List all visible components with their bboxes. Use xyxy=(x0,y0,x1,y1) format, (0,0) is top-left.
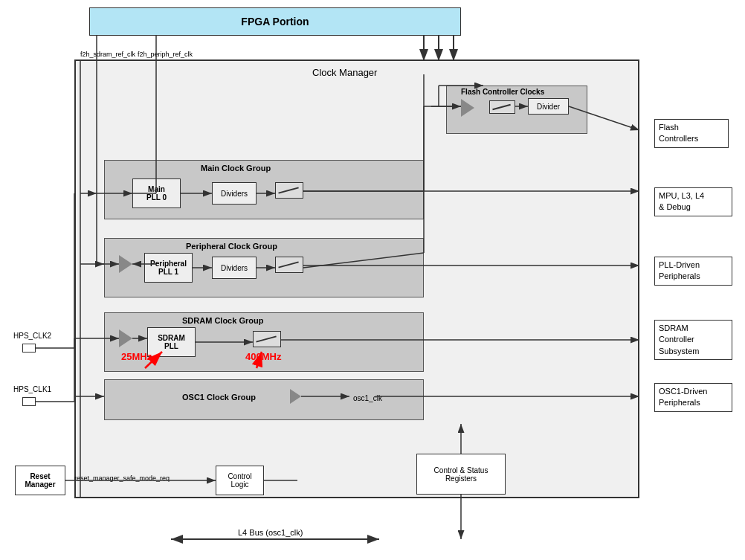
dividers-periph-box: Dividers xyxy=(212,257,257,279)
fpga-portion-box: FPGA Portion xyxy=(89,7,461,36)
periph-pll-box: PeripheralPLL 1 xyxy=(144,253,193,283)
main-pll-box: MainPLL 0 xyxy=(132,178,181,208)
switch-main xyxy=(275,182,303,199)
osc1-output-box: OSC1-DrivenPeripherals xyxy=(654,383,732,412)
hps-clk2-label: HPS_CLK2 xyxy=(13,332,51,340)
flash-controllers-output-box: FlashControllers xyxy=(654,119,729,148)
f2h-sdram-label: f2h_sdram_ref_clk xyxy=(80,51,135,58)
reset-safe-mode-label: reset_manager_safe_mode_req xyxy=(74,474,170,482)
mux-triangle-flash-icon xyxy=(461,99,474,117)
hps-clk2-symbol xyxy=(22,344,36,353)
hps-clk1-label: HPS_CLK1 xyxy=(13,385,51,393)
clock-manager-label: Clock Manager xyxy=(312,67,377,78)
osc1-clock-group-label: OSC1 Clock Group xyxy=(182,393,256,402)
l4-bus-label: L4 Bus (osc1_clk) xyxy=(238,528,303,537)
pll-output-box: PLL-DrivenPeripherals xyxy=(654,257,732,286)
main-clock-group-label: Main Clock Group xyxy=(201,164,271,173)
freq-400mhz-label: 400MHz xyxy=(245,351,281,362)
mux-triangle-periph-icon xyxy=(119,255,132,273)
control-logic-box: ControlLogic xyxy=(216,466,264,495)
mux-triangle-osc1-icon xyxy=(290,389,301,404)
divider-flash-box: Divider xyxy=(528,98,569,115)
freq-25mhz-label: 25MHz xyxy=(121,351,152,362)
dividers-main-box: Dividers xyxy=(212,182,257,205)
ctrl-status-registers-box: Control & StatusRegisters xyxy=(416,454,506,495)
periph-clock-group-label: Peripheral Clock Group xyxy=(186,242,277,251)
diagram-container: FPGA Portion f2h_sdram_ref_clk f2h_perip… xyxy=(0,0,745,560)
sdram-clock-group-label: SDRAM Clock Group xyxy=(182,316,263,325)
fpga-label: FPGA Portion xyxy=(241,16,309,28)
mux-triangle-sdram-icon xyxy=(119,329,132,347)
osc1-clk-label: osc1_clk xyxy=(353,394,382,402)
flash-ctrl-clocks-label: Flash Controller Clocks xyxy=(461,88,544,96)
f2h-periph-label: f2h_periph_ref_clk xyxy=(138,51,193,58)
hps-clk1-symbol xyxy=(22,397,36,406)
sdram-pll-box: SDRAMPLL xyxy=(147,327,196,357)
mpu-output-box: MPU, L3, L4& Debug xyxy=(654,187,732,216)
reset-manager-box: ResetManager xyxy=(15,466,65,495)
switch-periph xyxy=(275,257,303,273)
switch-flash xyxy=(489,100,515,114)
switch-sdram xyxy=(253,331,281,347)
sdram-output-box: SDRAMControllerSubsystem xyxy=(654,320,732,360)
